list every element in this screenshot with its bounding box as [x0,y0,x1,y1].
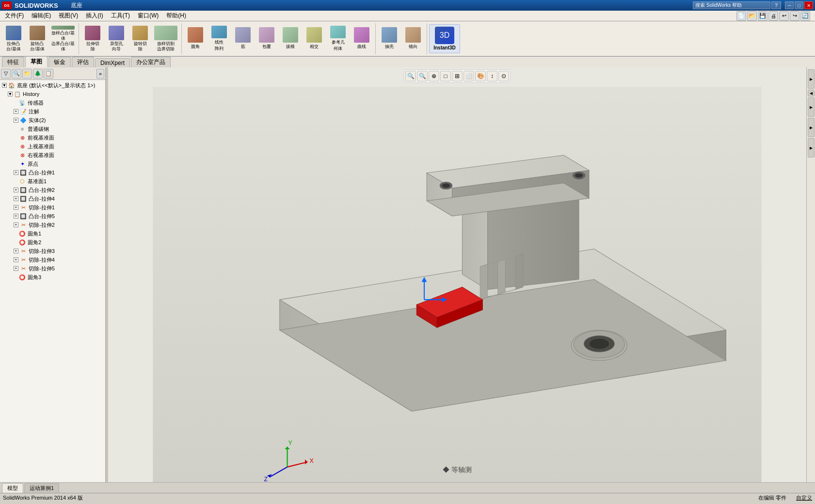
bottom-tab-model[interactable]: 模型 [2,483,23,493]
print-btn[interactable]: 🖨 [768,11,778,21]
rib-btn[interactable]: 筋 [231,24,255,53]
tab-evaluate[interactable]: 评估 [72,57,94,67]
boss1-expand-icon[interactable]: + [14,170,18,175]
tree-datum1[interactable]: ⬡ 基准面1 [0,177,105,186]
cut5-expand-icon[interactable]: + [14,266,18,271]
3d-viewport[interactable]: 🔍 🔍 ⊕ □ ⊞ ⬜ 🎨 ↕ ⊙ [108,67,806,482]
notes-expand-icon[interactable]: + [14,109,18,114]
right-btn-5[interactable]: ▶ [808,138,815,158]
undo-btn[interactable]: ↩ [779,11,789,21]
view-display-btn[interactable]: ⊞ [452,71,463,81]
tree-top-plane[interactable]: ⊗ 上视基准面 [0,142,105,151]
menu-help[interactable]: 帮助(H) [162,11,190,21]
tree-solid-bodies[interactable]: + 🔷 实体(2) [0,116,105,125]
status-custom[interactable]: 自定义 [796,494,812,502]
tree-material[interactable]: ≡ 普通碳钢 [0,125,105,133]
fillet-btn[interactable]: 圆角 [184,24,207,53]
root-expand-icon[interactable]: ▼ [2,83,7,88]
tree-notes[interactable]: + 📝 注解 [0,107,105,116]
solid-bodies-expand-icon[interactable]: + [14,118,18,123]
tree-origin[interactable]: ✦ 原点 [0,159,105,168]
draft-btn[interactable]: 拔模 [279,24,302,53]
tree-cut-extrude1[interactable]: + ✂ 切除-拉伸1 [0,203,105,212]
tab-feature[interactable]: 特征 [2,57,24,67]
reference-geometry-btn[interactable]: 参考几何体 [326,24,350,53]
menu-view[interactable]: 视图(V) [55,11,82,21]
loft-cut-btn[interactable]: 放样切割边界切除 [152,24,179,53]
view-rotate-btn[interactable]: ↕ [487,71,497,81]
feature-tree-icon[interactable]: 🌲 [33,69,43,79]
linear-pattern-btn[interactable]: 线性阵列 [208,24,231,53]
tab-office[interactable]: 办公室产品 [131,57,171,67]
menu-insert[interactable]: 插入(I) [82,11,107,21]
zoom-in-btn[interactable]: 🔍 [405,71,416,81]
minimize-btn[interactable]: ─ [785,1,794,9]
bottom-tab-motion[interactable]: 运动算例1 [24,483,59,493]
right-btn-4[interactable]: ▶ [808,118,815,137]
tree-right-plane[interactable]: ⊗ 右视基准面 [0,151,105,159]
menu-window[interactable]: 窗口(W) [134,11,162,21]
instant3d-btn[interactable]: 3D Instant3D [429,24,460,53]
cut2-expand-icon[interactable]: + [14,222,18,227]
tab-sketch[interactable]: 草图 [25,56,48,67]
intersect-btn[interactable]: 相交 [303,24,326,53]
right-btn-1[interactable]: ▶ [808,69,815,89]
filter-icon[interactable]: ▽ [1,69,11,79]
save-btn[interactable]: 💾 [758,11,767,21]
zoom-out-btn[interactable]: 🔍 [417,71,428,81]
tree-cut-extrude2[interactable]: + ✂ 切除-拉伸2 [0,220,105,229]
menu-file[interactable]: 文件(F) [1,11,28,21]
right-btn-3[interactable]: ▶ [808,97,815,117]
open-btn[interactable]: 📂 [747,11,757,21]
loft-boss-btn[interactable]: 放样凸台/基体边界凸台/基体 [49,24,77,53]
tree-history[interactable]: ▼ 📋 History [0,90,105,98]
tree-cut-extrude5[interactable]: + ✂ 切除-拉伸5 [0,264,105,273]
tree-fillet2[interactable]: ⭕ 圆角2 [0,238,105,247]
view-section-btn[interactable]: 🎨 [475,71,486,81]
history-expand-icon[interactable]: ▼ [8,92,13,96]
zoom-fit-btn[interactable]: ⊕ [429,71,439,81]
tree-root[interactable]: ▼ 🏠 底座 (默认<<默认>_显示状态 1>) [0,81,105,90]
redo-btn[interactable]: ↪ [790,11,799,21]
boss2-expand-icon[interactable]: + [14,188,18,192]
tree-fillet1[interactable]: ⭕ 圆角1 [0,229,105,238]
tree-cut-extrude4[interactable]: + ✂ 切除-拉伸4 [0,255,105,264]
extrude-boss-btn[interactable]: 拉伸凸台/基体 [2,24,25,53]
expand-panel-btn[interactable]: » [96,69,104,79]
right-btn-2[interactable]: ◀ [808,90,815,96]
view-orient-btn[interactable]: □ [440,71,451,81]
cut1-expand-icon[interactable]: + [14,205,18,210]
tree-cut-extrude3[interactable]: + ✂ 切除-拉伸3 [0,247,105,255]
tree-boss-extrude4[interactable]: + 🔲 凸台-拉伸4 [0,194,105,203]
help-search-btn[interactable]: ? [771,1,781,9]
search-box[interactable]: 搜索 SolidWorks 帮助 [693,1,770,9]
property-icon[interactable]: 📋 [44,69,53,79]
collapse-all-btn[interactable]: 📁 [22,69,32,79]
cut4-expand-icon[interactable]: + [14,257,18,262]
curves-btn[interactable]: 曲线 [350,24,373,53]
rebuild-btn[interactable]: 🔄 [800,11,810,21]
view-hide-btn[interactable]: ⬜ [463,71,474,81]
revolve-cut-btn[interactable]: 旋转切除 [128,24,152,53]
tab-dimxpert[interactable]: DimXpert [95,58,130,67]
shell-btn[interactable]: 抽壳 [378,24,401,53]
menu-tools[interactable]: 工具(T) [107,11,134,21]
extrude-cut-btn[interactable]: 拉伸切除 [81,24,104,53]
hole-wizard-btn[interactable]: 异型孔向导 [105,24,128,53]
wrap-btn[interactable]: 包覆 [255,24,278,53]
new-btn[interactable]: 📄 [736,11,746,21]
tree-boss-extrude5[interactable]: + 🔲 凸台-拉伸5 [0,212,105,220]
mirror-btn[interactable]: 镜向 [401,24,425,53]
boss4-expand-icon[interactable]: + [14,196,18,201]
restore-btn[interactable]: □ [795,1,803,9]
view-more-btn[interactable]: ⊙ [498,71,509,81]
menu-edit[interactable]: 编辑(E) [28,11,55,21]
tree-boss-extrude2[interactable]: + 🔲 凸台-拉伸2 [0,186,105,194]
search-tree-btn[interactable]: 🔍 [12,69,21,79]
tree-fillet3[interactable]: ⭕ 圆角3 [0,273,105,282]
tree-boss-extrude1[interactable]: + 🔲 凸台-拉伸1 [0,168,105,177]
cut3-expand-icon[interactable]: + [14,249,18,253]
tree-front-plane[interactable]: ⊗ 前视基准面 [0,133,105,142]
revolve-boss-btn[interactable]: 旋转凸台/基体 [26,24,49,53]
close-btn[interactable]: ✕ [804,1,813,9]
